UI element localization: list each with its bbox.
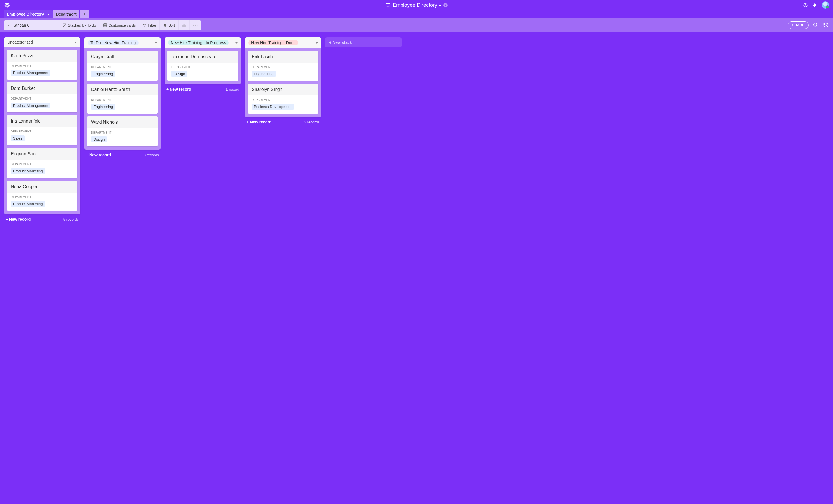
column-title: To Do - New Hire Training: [88, 40, 139, 46]
column-footer: + New record3 records: [84, 150, 161, 157]
department-chip: Engineering: [91, 104, 115, 109]
svg-rect-8: [103, 24, 106, 27]
svg-point-11: [195, 25, 196, 25]
record-card[interactable]: Ina LangenfeldDEPARTMENTSales: [7, 115, 77, 145]
new-record-button[interactable]: + New record: [86, 153, 111, 157]
column-title: New Hire Training - Done: [248, 40, 298, 46]
view-selector[interactable]: Kanban 6: [4, 20, 59, 30]
record-card[interactable]: Roxanne DurousseauDEPARTMENTDesign: [167, 51, 238, 81]
viewbar: Kanban 6 Stacked by To do Customize card…: [0, 18, 833, 32]
field-label: DEPARTMENT: [11, 130, 73, 133]
department-chip: Product Management: [11, 70, 50, 76]
department-chip: Design: [171, 71, 187, 77]
logo-icon[interactable]: [4, 2, 10, 8]
column-title: Uncategorized: [7, 40, 33, 44]
svg-marker-0: [4, 3, 9, 5]
record-name: Sharolyn Singh: [248, 84, 318, 96]
customize-cards-button[interactable]: Customize cards: [100, 20, 140, 30]
chevron-down-icon: [235, 41, 238, 45]
topbar-right: [803, 1, 829, 9]
department-chip: Business Development: [252, 104, 294, 109]
field-label: DEPARTMENT: [171, 66, 234, 69]
record-name: Erik Lasch: [248, 51, 318, 63]
record-count: 1 record: [225, 87, 239, 92]
viewbar-right: SHARE: [788, 22, 829, 29]
kanban-column: New Hire Training - In ProgressRoxanne D…: [165, 37, 241, 92]
search-icon[interactable]: [813, 22, 819, 28]
column-header[interactable]: New Hire Training - In Progress: [165, 37, 241, 48]
help-icon[interactable]: [803, 3, 808, 8]
department-chip: Engineering: [252, 71, 276, 77]
view-name: Kanban 6: [13, 23, 29, 27]
view-controls: Stacked by To do Customize cards Filter …: [59, 20, 201, 30]
record-card[interactable]: Ward NicholsDEPARTMENTDesign: [87, 117, 158, 146]
record-card[interactable]: Keith BirzaDEPARTMENTProduct Management: [7, 50, 77, 80]
column-footer: + New record5 records: [4, 214, 80, 222]
info-icon[interactable]: i: [443, 3, 448, 7]
share-export-button[interactable]: [179, 20, 190, 30]
svg-rect-6: [64, 24, 65, 25]
kanban-board: UncategorizedKeith BirzaDEPARTMENTProduc…: [0, 32, 833, 227]
bell-icon[interactable]: [812, 3, 817, 8]
book-icon: [385, 3, 390, 8]
more-button[interactable]: [190, 20, 201, 30]
topbar: Employee Directory i: [0, 0, 833, 10]
department-chip: Product Marketing: [11, 201, 45, 207]
share-button[interactable]: SHARE: [788, 22, 809, 29]
record-name: Caryn Graff: [87, 51, 158, 63]
chevron-down-icon: [7, 23, 9, 27]
column-header[interactable]: New Hire Training - Done: [245, 37, 321, 48]
department-chip: Engineering: [91, 71, 115, 77]
record-name: Daniel Hantz-Smith: [87, 84, 158, 96]
svg-rect-9: [183, 25, 185, 27]
chevron-down-icon: [75, 40, 77, 44]
department-chip: Sales: [11, 135, 25, 141]
record-count: 3 records: [144, 153, 159, 157]
record-card[interactable]: Sharolyn SinghDEPARTMENTBusiness Develop…: [248, 84, 318, 114]
column-footer: + New record2 records: [245, 117, 321, 124]
field-label: DEPARTMENT: [11, 196, 73, 199]
app-title-area: Employee Directory i: [385, 2, 448, 8]
field-label: DEPARTMENT: [11, 163, 73, 166]
department-chip: Design: [91, 136, 107, 143]
new-record-button[interactable]: + New record: [246, 120, 271, 124]
chevron-down-icon: [155, 41, 157, 45]
record-card[interactable]: Dora BurketDEPARTMENTProduct Management: [7, 82, 77, 112]
kanban-column: New Hire Training - DoneErik LaschDEPART…: [245, 37, 321, 124]
column-header[interactable]: To Do - New Hire Training: [84, 37, 161, 48]
field-label: DEPARTMENT: [91, 66, 154, 69]
avatar[interactable]: [822, 1, 829, 9]
history-icon[interactable]: [823, 22, 829, 28]
record-name: Dora Burket: [7, 82, 77, 94]
table-tabs: Employee Directory Department +: [0, 10, 833, 18]
column-header[interactable]: Uncategorized: [4, 37, 80, 47]
record-card[interactable]: Caryn GraffDEPARTMENTEngineering: [87, 51, 158, 81]
stacked-by-label: Stacked by To do: [68, 23, 96, 27]
department-chip: Product Management: [11, 103, 50, 108]
record-card[interactable]: Eugene SunDEPARTMENTProduct Marketing: [7, 148, 77, 178]
svg-point-10: [193, 25, 194, 25]
sort-button[interactable]: Sort: [160, 20, 179, 30]
tab-employee-directory[interactable]: Employee Directory: [4, 10, 53, 18]
field-label: DEPARTMENT: [91, 131, 154, 134]
stacked-by-button[interactable]: Stacked by To do: [59, 20, 100, 30]
record-name: Ina Langenfeld: [7, 115, 77, 127]
record-card[interactable]: Daniel Hantz-SmithDEPARTMENTEngineering: [87, 84, 158, 114]
svg-marker-1: [4, 4, 7, 8]
field-label: DEPARTMENT: [252, 66, 314, 69]
new-stack-button[interactable]: + New stack: [325, 37, 402, 48]
svg-rect-7: [65, 24, 66, 25]
record-card[interactable]: Neha CooperDEPARTMENTProduct Marketing: [7, 181, 77, 211]
kanban-column: To Do - New Hire TrainingCaryn GraffDEPA…: [84, 37, 161, 157]
filter-button[interactable]: Filter: [139, 20, 160, 30]
new-record-button[interactable]: + New record: [6, 217, 30, 222]
add-table-button[interactable]: +: [80, 10, 89, 18]
record-name: Neha Cooper: [7, 181, 77, 193]
app-title[interactable]: Employee Directory: [393, 2, 441, 8]
record-name: Roxanne Durousseau: [167, 51, 238, 63]
record-card[interactable]: Erik LaschDEPARTMENTEngineering: [248, 51, 318, 81]
field-label: DEPARTMENT: [11, 97, 73, 100]
tab-department[interactable]: Department: [53, 10, 79, 18]
record-name: Ward Nichols: [87, 117, 158, 128]
new-record-button[interactable]: + New record: [166, 87, 191, 92]
